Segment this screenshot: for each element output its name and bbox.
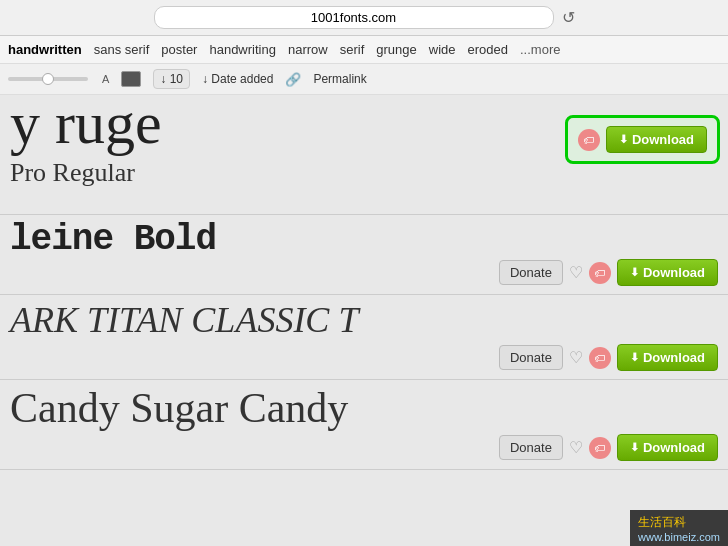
permalink-button[interactable]: Permalink xyxy=(313,72,366,86)
cat-sans-serif[interactable]: sans serif xyxy=(94,42,150,57)
font-entry-3: ARK TITAN CLASSIC T Donate ♡ 🏷 Download xyxy=(0,295,728,380)
font-entry-2: leine Bold Donate ♡ 🏷 Download xyxy=(0,215,728,295)
download-highlight-box: 🏷 Download xyxy=(565,115,720,164)
cat-poster[interactable]: poster xyxy=(161,42,197,57)
donate-button-4[interactable]: Donate xyxy=(499,435,563,460)
sort-button[interactable]: ↓ Date added xyxy=(202,72,273,86)
download-button-1[interactable]: Download xyxy=(606,126,707,153)
pink-tag-icon-2[interactable]: 🏷 xyxy=(589,262,611,284)
cat-eroded[interactable]: eroded xyxy=(468,42,508,57)
donate-button-2[interactable]: Donate xyxy=(499,260,563,285)
watermark-text: 生活百科 xyxy=(638,514,720,531)
action-buttons-4: Donate ♡ 🏷 Download xyxy=(499,434,718,461)
toolbar: A ↓ 10 ↓ Date added 🔗 Permalink xyxy=(0,64,728,95)
download-button-2[interactable]: Download xyxy=(617,259,718,286)
watermark: 生活百科 www.bimeiz.com xyxy=(630,510,728,546)
action-buttons-2: Donate ♡ 🏷 Download xyxy=(499,259,718,286)
watermark-site: www.bimeiz.com xyxy=(638,531,720,543)
download-button-3[interactable]: Download xyxy=(617,344,718,371)
cat-narrow[interactable]: narrow xyxy=(288,42,328,57)
reload-icon[interactable]: ↺ xyxy=(562,8,575,27)
font-entry-1: y ruge Pro Regular 🏷 Download xyxy=(0,95,728,215)
color-picker[interactable] xyxy=(121,71,141,87)
address-bar: ↺ xyxy=(0,0,728,36)
url-input[interactable] xyxy=(154,6,554,29)
cat-handwritten[interactable]: handwritten xyxy=(8,42,82,57)
heart-icon-3[interactable]: ♡ xyxy=(569,348,583,367)
pink-tag-icon-4[interactable]: 🏷 xyxy=(589,437,611,459)
font-preview-2: leine Bold xyxy=(10,219,718,260)
font-entry-4: Candy Sugar Candy Donate ♡ 🏷 Download xyxy=(0,380,728,470)
category-nav: handwritten sans serif poster handwritin… xyxy=(0,36,728,64)
font-size-slider[interactable] xyxy=(8,77,88,81)
separator: 🔗 xyxy=(285,72,301,87)
cat-more[interactable]: ...more xyxy=(520,42,560,57)
font-preview-4: Candy Sugar Candy xyxy=(10,384,718,432)
main-content: y ruge Pro Regular 🏷 Download leine Bold… xyxy=(0,95,728,546)
cat-handwriting[interactable]: handwriting xyxy=(209,42,276,57)
heart-icon-2[interactable]: ♡ xyxy=(569,263,583,282)
pink-tag-icon-3[interactable]: 🏷 xyxy=(589,347,611,369)
count-badge: ↓ 10 xyxy=(153,69,190,89)
donate-button-3[interactable]: Donate xyxy=(499,345,563,370)
pink-tag-icon-1[interactable]: 🏷 xyxy=(578,129,600,151)
cat-grunge[interactable]: grunge xyxy=(376,42,416,57)
action-buttons-3: Donate ♡ 🏷 Download xyxy=(499,344,718,371)
font-preview-3: ARK TITAN CLASSIC T xyxy=(10,299,718,341)
cat-wide[interactable]: wide xyxy=(429,42,456,57)
font-size-icon: A xyxy=(102,73,109,85)
cat-serif[interactable]: serif xyxy=(340,42,365,57)
download-button-4[interactable]: Download xyxy=(617,434,718,461)
heart-icon-4[interactable]: ♡ xyxy=(569,438,583,457)
